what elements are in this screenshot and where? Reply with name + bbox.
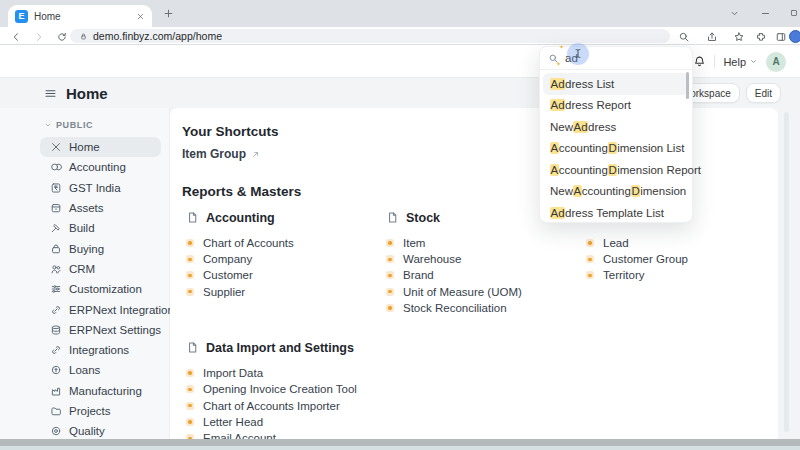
browser-tab[interactable]: E Home: [8, 5, 152, 27]
reports-masters-title: Reports & Masters: [182, 184, 301, 199]
rupee-icon: [50, 182, 62, 194]
extensions-icon[interactable]: [755, 31, 767, 43]
link-warehouse[interactable]: Warehouse: [386, 251, 586, 267]
link-label: Company: [203, 253, 252, 265]
search-result-accounting-dimension-report[interactable]: Accounting Dimension Report: [543, 159, 689, 181]
sidebar-section-public[interactable]: PUBLIC: [0, 118, 169, 132]
window-maximize-icon[interactable]: [789, 8, 799, 18]
help-label: Help: [723, 56, 746, 68]
badge-icon: [50, 425, 62, 437]
global-search-input[interactable]: ad: [540, 47, 692, 70]
link-label: Customer: [203, 269, 253, 281]
edit-button[interactable]: Edit: [746, 83, 781, 103]
share-icon[interactable]: [706, 31, 718, 43]
link-label: Opening Invoice Creation Tool: [203, 383, 357, 395]
link-chart-of-accounts-importer[interactable]: Chart of Accounts Importer: [186, 398, 486, 414]
window-minimize-icon[interactable]: [760, 8, 771, 19]
link-label: Unit of Measure (UOM): [403, 286, 522, 298]
link-lead[interactable]: Lead: [586, 235, 786, 251]
sidebar-item-gst-india[interactable]: GST India: [40, 178, 161, 198]
sidebar-toggle-icon[interactable]: [44, 87, 57, 100]
link-icon: [50, 304, 62, 316]
sidebar-item-home[interactable]: Home: [40, 137, 161, 157]
tab-close-icon[interactable]: [136, 12, 145, 21]
tab-strip: E Home: [0, 0, 800, 27]
document-icon: [386, 211, 399, 224]
orange-dot-icon: [386, 255, 394, 263]
sidebar-items: HomeAccountingGST IndiaAssetsBuildBuying…: [0, 137, 169, 441]
link-company[interactable]: Company: [186, 251, 386, 267]
link-label: Chart of Accounts Importer: [203, 400, 340, 412]
sidebar-item-label: Buying: [69, 243, 104, 255]
sidebar-item-label: CRM: [69, 263, 95, 275]
sidebar-item-customization[interactable]: Customization: [40, 279, 161, 299]
link-label: Item: [403, 237, 425, 249]
user-avatar[interactable]: A: [766, 52, 786, 72]
orange-dot-icon: [186, 402, 194, 410]
horizontal-scrollbar[interactable]: [0, 439, 800, 446]
sidebar-item-buying[interactable]: Buying: [40, 238, 161, 258]
sidebar-item-erpnext-settings[interactable]: ERPNext Settings: [40, 320, 161, 340]
bookmark-star-icon[interactable]: [733, 31, 745, 43]
link-stock-reconciliation[interactable]: Stock Reconciliation: [386, 300, 586, 316]
side-panel-icon[interactable]: [775, 31, 787, 43]
link-item[interactable]: Item: [386, 235, 586, 251]
sidebar-item-assets[interactable]: Assets: [40, 198, 161, 218]
sidebar-item-label: Home: [69, 141, 100, 153]
search-result-address-list[interactable]: Address List: [543, 73, 689, 95]
sidebar-item-crm[interactable]: CRM: [40, 259, 161, 279]
link-letter-head[interactable]: Letter Head: [186, 414, 486, 430]
vertical-scrollbar[interactable]: [784, 112, 789, 432]
sidebar-item-loans[interactable]: Loans: [40, 360, 161, 380]
refresh-icon[interactable]: [56, 31, 68, 43]
column-header: Accounting: [186, 210, 386, 225]
sidebar-item-erpnext-integrations[interactable]: ERPNext Integrations: [40, 299, 161, 319]
browser-profile-avatar[interactable]: [789, 30, 800, 43]
sidebar-item-label: Accounting: [69, 161, 126, 173]
search-result-address-report[interactable]: Address Report: [543, 95, 689, 117]
back-icon[interactable]: [10, 31, 22, 43]
link-brand[interactable]: Brand: [386, 267, 586, 283]
link-label: Lead: [603, 237, 629, 249]
sidebar-item-accounting[interactable]: Accounting: [40, 157, 161, 177]
link-territory[interactable]: Territory: [586, 267, 786, 283]
link-opening-invoice-creation-tool[interactable]: Opening Invoice Creation Tool: [186, 381, 486, 397]
data-import-items: Import DataOpening Invoice Creation Tool…: [186, 365, 486, 446]
sidebar-item-label: Quality: [69, 425, 105, 437]
zoom-icon[interactable]: [678, 31, 690, 43]
link-unit-of-measure-uom[interactable]: Unit of Measure (UOM): [386, 284, 586, 300]
search-result-new-accounting-dimension[interactable]: New Accounting Dimension: [543, 181, 689, 203]
sidebar-item-integrations[interactable]: Integrations: [40, 340, 161, 360]
data-import-section: Data Import and Settings Import DataOpen…: [186, 340, 486, 446]
new-tab-button[interactable]: [163, 8, 174, 19]
link-import-data[interactable]: Import Data: [186, 365, 486, 381]
window-menu-icon[interactable]: [729, 8, 740, 19]
link-customer[interactable]: Customer: [186, 267, 386, 283]
link-customer-group[interactable]: Customer Group: [586, 251, 786, 267]
search-result-new-address[interactable]: New Address: [543, 116, 689, 138]
link-chart-of-accounts[interactable]: Chart of Accounts: [186, 235, 386, 251]
sidebar-item-build[interactable]: Build: [40, 218, 161, 238]
notifications-bell-icon[interactable]: [693, 55, 706, 68]
orange-dot-icon: [386, 239, 394, 247]
report-column-accounting: AccountingChart of AccountsCompanyCustom…: [186, 210, 386, 316]
link-label: Stock Reconciliation: [403, 302, 507, 314]
address-bar[interactable]: demo.finbyz.com/app/home: [70, 29, 670, 43]
dropdown-scrollbar[interactable]: [686, 72, 690, 99]
stack-icon: [50, 324, 62, 336]
orange-dot-icon: [386, 288, 394, 296]
sidebar-item-label: Customization: [69, 283, 142, 295]
screen: E Home demo.finbyz.com/app/home E: [0, 0, 800, 450]
link-supplier[interactable]: Supplier: [186, 284, 386, 300]
orange-dot-icon: [586, 239, 594, 247]
search-result-address-template-list[interactable]: Address Template List: [543, 202, 689, 224]
sidebar-item-manufacturing[interactable]: Manufacturing: [40, 381, 161, 401]
search-result-accounting-dimension-list[interactable]: Accounting Dimension List: [543, 138, 689, 160]
sidebar-item-projects[interactable]: Projects: [40, 401, 161, 421]
shortcut-item-group[interactable]: Item Group: [182, 147, 260, 161]
url-text: demo.finbyz.com/app/home: [93, 30, 222, 42]
orange-dot-icon: [186, 288, 194, 296]
sidebar-item-label: Assets: [69, 202, 104, 214]
forward-icon[interactable]: [33, 31, 45, 43]
help-menu[interactable]: Help: [723, 56, 758, 68]
